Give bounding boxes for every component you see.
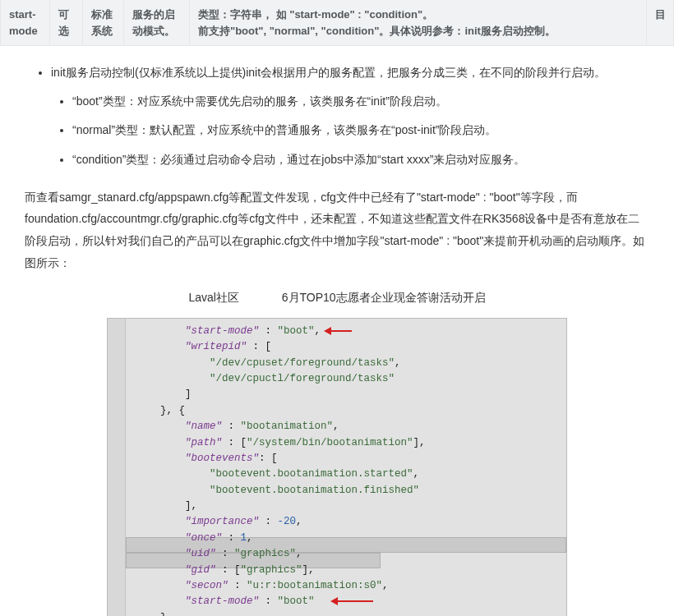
promo-banner: Laval社区 6月TOP10志愿者企业现金答谢活动开启 — [25, 288, 649, 308]
col-name: start-mode — [1, 0, 50, 45]
col-desc: 服务的启动模式。 — [124, 0, 190, 45]
article-content: init服务启动控制(仅标准系统以上提供)init会根据用户的服务配置，把服务分… — [0, 46, 674, 616]
col-detail-line1: 类型：字符串， 如 "start-mode" : "condition"。 — [198, 7, 638, 23]
bullet-list: init服务启动控制(仅标准系统以上提供)init会根据用户的服务配置，把服务分… — [25, 62, 649, 170]
code-string: "/dev/cpuctl/foreground/tasks" — [210, 373, 395, 384]
promo-left[interactable]: Laval社区 — [188, 288, 238, 308]
list-item: “normal”类型：默认配置，对应系统中的普通服务，该类服务在“post-in… — [72, 120, 649, 140]
code-number: -20 — [278, 516, 297, 527]
code-string: "bootevent.bootanimation.started" — [210, 468, 413, 480]
col-system: 标准系统 — [83, 0, 124, 45]
code-key: "importance" — [185, 516, 259, 527]
code-string: "/system/bin/bootanimation" — [247, 437, 413, 448]
code-screenshot: "start-mode" : "boot", "writepid" : [ "/… — [107, 318, 567, 616]
code-string: "/dev/cpuset/foreground/tasks" — [210, 357, 395, 369]
code-string: "boot" — [278, 325, 315, 337]
property-table-row: start-mode 可选 标准系统 服务的启动模式。 类型：字符串， 如 "s… — [0, 0, 674, 46]
list-item: init服务启动控制(仅标准系统以上提供)init会根据用户的服务配置，把服务分… — [51, 62, 649, 170]
code-screenshot-wrap: "start-mode" : "boot", "writepid" : [ "/… — [25, 318, 649, 616]
red-arrow-icon — [330, 598, 373, 605]
sub-list: “boot”类型：对应系统中需要优先启动的服务，该类服务在“init”阶段启动。… — [51, 91, 649, 170]
code-string: "graphics" — [241, 564, 302, 576]
code-key: "once" — [185, 532, 222, 544]
code-key: "gid" — [185, 564, 216, 576]
code-key: "writepid" — [185, 341, 247, 352]
code-body: "start-mode" : "boot", "writepid" : [ "/… — [108, 319, 566, 616]
code-key: "start-mode" — [185, 325, 259, 337]
code-key: "secon" — [185, 580, 229, 591]
code-key: "uid" — [185, 548, 216, 559]
code-key: "start-mode" — [185, 595, 259, 607]
list-intro: init服务启动控制(仅标准系统以上提供)init会根据用户的服务配置，把服务分… — [51, 66, 606, 79]
col-more: 目 — [647, 0, 673, 45]
code-key: "name" — [185, 421, 222, 432]
code-string: "bootevent.bootanimation.finished" — [210, 485, 419, 496]
code-key: "path" — [185, 437, 222, 448]
code-string: "bootanimation" — [241, 421, 334, 432]
code-string: "boot" — [278, 595, 315, 607]
col-detail: 类型：字符串， 如 "start-mode" : "condition"。 前支… — [190, 0, 647, 45]
col-detail-line2: 前支持"boot", "normal", "condition"。具体说明参考：… — [198, 23, 638, 39]
code-string: "graphics" — [234, 548, 296, 559]
list-item: “condition”类型：必须通过启动命令启动，通过在jobs中添加“star… — [72, 149, 649, 170]
code-number: 1 — [241, 532, 247, 544]
red-arrow-icon — [324, 328, 352, 334]
paragraph: 而查看samgr_stanard.cfg/appspawn.cfg等配置文件发现… — [25, 186, 649, 274]
list-item: “boot”类型：对应系统中需要优先启动的服务，该类服务在“init”阶段启动。 — [72, 91, 649, 112]
promo-right[interactable]: 6月TOP10志愿者企业现金答谢活动开启 — [282, 288, 486, 308]
col-optional: 可选 — [50, 0, 83, 45]
code-key: "bootevents" — [185, 453, 259, 464]
code-string: "u:r:bootanimation:s0" — [247, 580, 382, 591]
